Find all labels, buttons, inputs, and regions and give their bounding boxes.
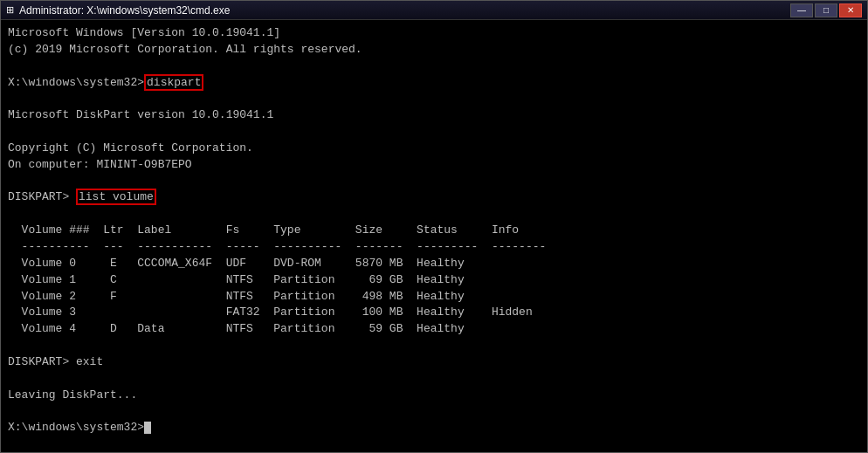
line-10 — [8, 174, 860, 190]
volume-1: Volume 1 C NTFS Partition 69 GB Healthy — [8, 272, 860, 289]
line-3 — [8, 58, 860, 75]
volume-4: Volume 4 D Data NTFS Partition 59 GB Hea… — [8, 321, 860, 338]
line-8: Copyright (C) Microsoft Corporation. — [8, 141, 860, 157]
list-volume-command: list volume — [76, 189, 156, 205]
line-blank-after-leaving — [8, 403, 860, 420]
line-blank-after-volumes — [8, 338, 860, 354]
line-11: DISKPART> list volume — [8, 189, 860, 206]
volume-3: Volume 3 FAT32 Partition 100 MB Healthy … — [8, 305, 860, 321]
volume-0: Volume 0 E CCCOMA_X64F UDF DVD-ROM 5870 … — [8, 256, 860, 272]
diskpart-command: diskpart — [144, 74, 203, 91]
terminal-body: Microsoft Windows [Version 10.0.19041.1]… — [1, 20, 867, 452]
line-12 — [8, 206, 860, 223]
diskpart-prompt: DISKPART> — [8, 190, 76, 203]
line-blank-after-exit — [8, 371, 860, 388]
maximize-button[interactable]: □ — [815, 3, 837, 17]
leaving-diskpart: Leaving DiskPart... — [8, 388, 860, 404]
final-prompt[interactable]: X:\windows\system32> — [8, 420, 860, 436]
line-2: (c) 2019 Microsoft Corporation. All righ… — [8, 42, 860, 58]
cmd-icon: ⊞ — [6, 4, 14, 16]
line-6: Microsoft DiskPart version 10.0.19041.1 — [8, 107, 860, 124]
line-9: On computer: MININT-O9B7EPO — [8, 157, 860, 174]
cursor-blink — [144, 422, 151, 434]
prompt-1: X:\windows\system32> — [8, 76, 144, 89]
volume-2: Volume 2 F NTFS Partition 498 MB Healthy — [8, 289, 860, 305]
volume-header: Volume ### Ltr Label Fs Type Size Status… — [8, 223, 860, 239]
line-4: X:\windows\system32>diskpart — [8, 75, 860, 92]
close-button[interactable]: ✕ — [839, 3, 862, 17]
volume-divider: ---------- --- ----------- ----- -------… — [8, 239, 860, 256]
exit-command: DISKPART> exit — [8, 354, 860, 371]
cmd-window: ⊞ Administrator: X:\windows\system32\cmd… — [0, 0, 868, 453]
title-bar: ⊞ Administrator: X:\windows\system32\cmd… — [1, 1, 867, 20]
window-controls: — □ ✕ — [790, 3, 862, 17]
line-1: Microsoft Windows [Version 10.0.19041.1] — [8, 25, 860, 42]
minimize-button[interactable]: — — [790, 3, 813, 17]
title-bar-text: Administrator: X:\windows\system32\cmd.e… — [19, 4, 785, 17]
line-7 — [8, 124, 860, 141]
line-5 — [8, 91, 860, 107]
